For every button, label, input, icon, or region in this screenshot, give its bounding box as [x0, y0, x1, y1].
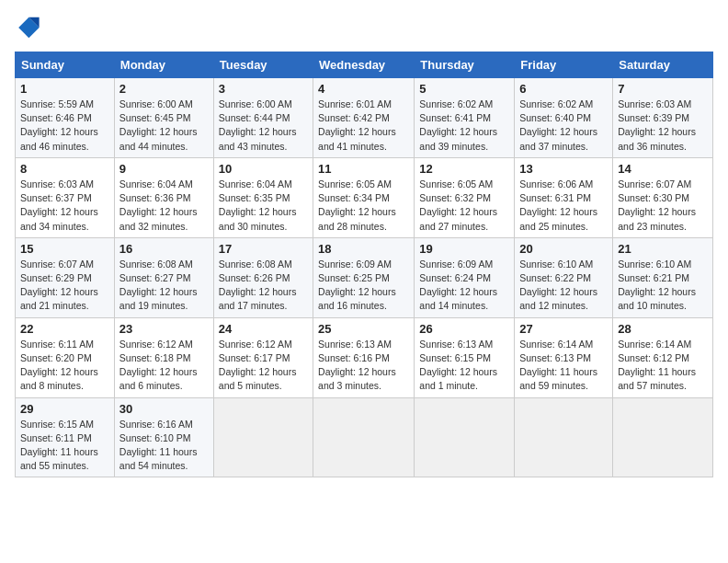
calendar-cell: 3Sunrise: 6:00 AM Sunset: 6:44 PM Daylig… — [213, 78, 313, 158]
day-info: Sunrise: 6:08 AM Sunset: 6:26 PM Dayligh… — [219, 258, 308, 314]
day-info: Sunrise: 6:12 AM Sunset: 6:18 PM Dayligh… — [119, 338, 209, 394]
day-number: 19 — [419, 242, 509, 256]
day-info: Sunrise: 6:12 AM Sunset: 6:17 PM Dayligh… — [219, 338, 308, 394]
day-info: Sunrise: 6:15 AM Sunset: 6:11 PM Dayligh… — [20, 418, 109, 474]
calendar-cell — [415, 397, 515, 477]
day-number: 21 — [618, 242, 708, 256]
calendar-cell: 16Sunrise: 6:08 AM Sunset: 6:27 PM Dayli… — [114, 237, 213, 317]
logo-icon — [15, 15, 40, 40]
calendar-cell: 27Sunrise: 6:14 AM Sunset: 6:13 PM Dayli… — [515, 317, 613, 397]
day-number: 4 — [318, 82, 409, 96]
calendar-cell: 13Sunrise: 6:06 AM Sunset: 6:31 PM Dayli… — [515, 157, 613, 237]
calendar-week-row: 22Sunrise: 6:11 AM Sunset: 6:20 PM Dayli… — [16, 317, 713, 397]
day-number: 24 — [219, 322, 308, 336]
day-info: Sunrise: 6:01 AM Sunset: 6:42 PM Dayligh… — [318, 98, 409, 154]
day-number: 18 — [318, 242, 409, 256]
calendar-table: SundayMondayTuesdayWednesdayThursdayFrid… — [15, 52, 713, 477]
calendar-header-row: SundayMondayTuesdayWednesdayThursdayFrid… — [16, 52, 713, 78]
day-info: Sunrise: 6:11 AM Sunset: 6:20 PM Dayligh… — [20, 338, 109, 394]
calendar-cell: 24Sunrise: 6:12 AM Sunset: 6:17 PM Dayli… — [213, 317, 313, 397]
day-number: 27 — [519, 322, 608, 336]
day-info: Sunrise: 6:00 AM Sunset: 6:44 PM Dayligh… — [219, 98, 308, 154]
calendar-cell: 26Sunrise: 6:13 AM Sunset: 6:15 PM Dayli… — [415, 317, 515, 397]
calendar-cell: 14Sunrise: 6:07 AM Sunset: 6:30 PM Dayli… — [613, 157, 713, 237]
header-monday: Monday — [114, 52, 213, 78]
day-info: Sunrise: 6:03 AM Sunset: 6:37 PM Dayligh… — [20, 178, 109, 234]
calendar-cell: 25Sunrise: 6:13 AM Sunset: 6:16 PM Dayli… — [313, 317, 415, 397]
day-info: Sunrise: 6:10 AM Sunset: 6:22 PM Dayligh… — [519, 258, 608, 314]
day-number: 7 — [618, 82, 708, 96]
day-info: Sunrise: 6:07 AM Sunset: 6:30 PM Dayligh… — [618, 178, 708, 234]
calendar-cell: 11Sunrise: 6:05 AM Sunset: 6:34 PM Dayli… — [313, 157, 415, 237]
calendar-week-row: 8Sunrise: 6:03 AM Sunset: 6:37 PM Daylig… — [16, 157, 713, 237]
calendar-cell: 18Sunrise: 6:09 AM Sunset: 6:25 PM Dayli… — [313, 237, 415, 317]
calendar-cell: 4Sunrise: 6:01 AM Sunset: 6:42 PM Daylig… — [313, 78, 415, 158]
day-number: 9 — [119, 162, 209, 176]
day-info: Sunrise: 6:10 AM Sunset: 6:21 PM Dayligh… — [618, 258, 708, 314]
day-info: Sunrise: 5:59 AM Sunset: 6:46 PM Dayligh… — [20, 98, 109, 154]
day-number: 23 — [119, 322, 209, 336]
day-info: Sunrise: 6:09 AM Sunset: 6:25 PM Dayligh… — [318, 258, 409, 314]
calendar-cell — [613, 397, 713, 477]
day-number: 22 — [20, 322, 109, 336]
header-sunday: Sunday — [16, 52, 115, 78]
calendar-cell: 21Sunrise: 6:10 AM Sunset: 6:21 PM Dayli… — [613, 237, 713, 317]
header-thursday: Thursday — [415, 52, 515, 78]
page-header — [15, 15, 713, 40]
day-info: Sunrise: 6:02 AM Sunset: 6:40 PM Dayligh… — [519, 98, 608, 154]
day-info: Sunrise: 6:05 AM Sunset: 6:32 PM Dayligh… — [419, 178, 509, 234]
header-wednesday: Wednesday — [313, 52, 415, 78]
day-info: Sunrise: 6:04 AM Sunset: 6:36 PM Dayligh… — [119, 178, 209, 234]
calendar-cell — [313, 397, 415, 477]
calendar-cell: 10Sunrise: 6:04 AM Sunset: 6:35 PM Dayli… — [213, 157, 313, 237]
day-number: 20 — [519, 242, 608, 256]
calendar-cell: 5Sunrise: 6:02 AM Sunset: 6:41 PM Daylig… — [415, 78, 515, 158]
day-number: 11 — [318, 162, 409, 176]
day-number: 1 — [20, 82, 109, 96]
header-saturday: Saturday — [613, 52, 713, 78]
calendar-cell: 22Sunrise: 6:11 AM Sunset: 6:20 PM Dayli… — [16, 317, 115, 397]
day-info: Sunrise: 6:09 AM Sunset: 6:24 PM Dayligh… — [419, 258, 509, 314]
day-number: 8 — [20, 162, 109, 176]
day-number: 5 — [419, 82, 509, 96]
day-number: 28 — [618, 322, 708, 336]
calendar-week-row: 15Sunrise: 6:07 AM Sunset: 6:29 PM Dayli… — [16, 237, 713, 317]
day-number: 14 — [618, 162, 708, 176]
day-number: 17 — [219, 242, 308, 256]
day-info: Sunrise: 6:07 AM Sunset: 6:29 PM Dayligh… — [20, 258, 109, 314]
day-info: Sunrise: 6:06 AM Sunset: 6:31 PM Dayligh… — [519, 178, 608, 234]
day-info: Sunrise: 6:16 AM Sunset: 6:10 PM Dayligh… — [119, 418, 209, 474]
day-number: 30 — [119, 402, 209, 416]
calendar-cell: 2Sunrise: 6:00 AM Sunset: 6:45 PM Daylig… — [114, 78, 213, 158]
day-number: 2 — [119, 82, 209, 96]
calendar-cell: 29Sunrise: 6:15 AM Sunset: 6:11 PM Dayli… — [16, 397, 115, 477]
calendar-body: 1Sunrise: 5:59 AM Sunset: 6:46 PM Daylig… — [16, 78, 713, 477]
day-number: 15 — [20, 242, 109, 256]
calendar-cell: 23Sunrise: 6:12 AM Sunset: 6:18 PM Dayli… — [114, 317, 213, 397]
day-number: 29 — [20, 402, 109, 416]
day-info: Sunrise: 6:13 AM Sunset: 6:16 PM Dayligh… — [318, 338, 409, 394]
calendar-cell: 17Sunrise: 6:08 AM Sunset: 6:26 PM Dayli… — [213, 237, 313, 317]
calendar-cell — [515, 397, 613, 477]
day-info: Sunrise: 6:05 AM Sunset: 6:34 PM Dayligh… — [318, 178, 409, 234]
day-info: Sunrise: 6:13 AM Sunset: 6:15 PM Dayligh… — [419, 338, 509, 394]
day-info: Sunrise: 6:14 AM Sunset: 6:13 PM Dayligh… — [519, 338, 608, 394]
calendar-cell: 9Sunrise: 6:04 AM Sunset: 6:36 PM Daylig… — [114, 157, 213, 237]
calendar-cell: 12Sunrise: 6:05 AM Sunset: 6:32 PM Dayli… — [415, 157, 515, 237]
day-info: Sunrise: 6:04 AM Sunset: 6:35 PM Dayligh… — [219, 178, 308, 234]
day-info: Sunrise: 6:02 AM Sunset: 6:41 PM Dayligh… — [419, 98, 509, 154]
day-number: 10 — [219, 162, 308, 176]
day-number: 6 — [519, 82, 608, 96]
day-number: 26 — [419, 322, 509, 336]
calendar-cell: 6Sunrise: 6:02 AM Sunset: 6:40 PM Daylig… — [515, 78, 613, 158]
calendar-cell: 28Sunrise: 6:14 AM Sunset: 6:12 PM Dayli… — [613, 317, 713, 397]
logo — [15, 15, 44, 40]
calendar-cell: 1Sunrise: 5:59 AM Sunset: 6:46 PM Daylig… — [16, 78, 115, 158]
calendar-cell: 15Sunrise: 6:07 AM Sunset: 6:29 PM Dayli… — [16, 237, 115, 317]
day-number: 13 — [519, 162, 608, 176]
day-number: 3 — [219, 82, 308, 96]
calendar-week-row: 29Sunrise: 6:15 AM Sunset: 6:11 PM Dayli… — [16, 397, 713, 477]
calendar-cell: 7Sunrise: 6:03 AM Sunset: 6:39 PM Daylig… — [613, 78, 713, 158]
day-number: 12 — [419, 162, 509, 176]
header-tuesday: Tuesday — [213, 52, 313, 78]
